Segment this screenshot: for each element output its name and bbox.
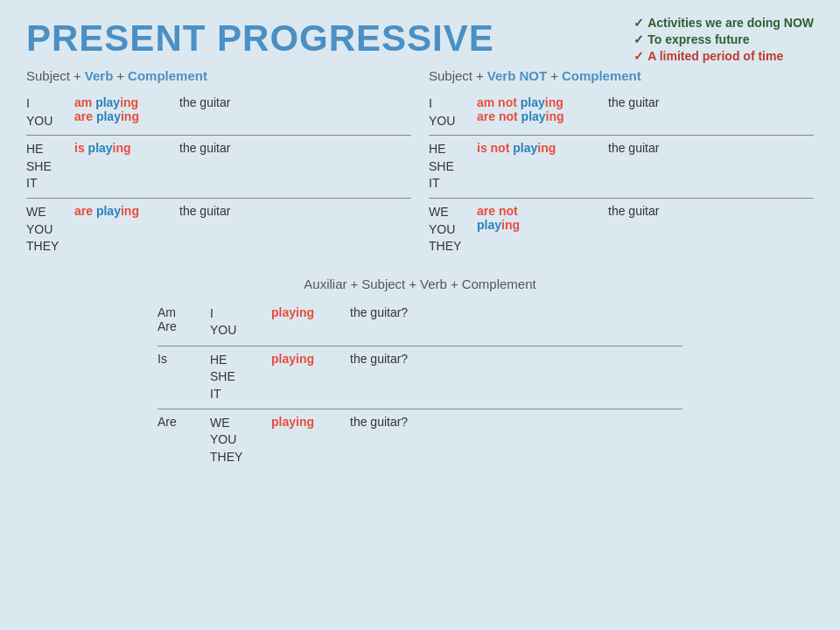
bullet-list: Activities we are doing NOW To express f… xyxy=(634,16,814,66)
q-subjects-1: I YOU xyxy=(210,305,271,340)
neg-subjects-3: WE YOU THEY xyxy=(429,204,477,256)
neg-complement-2: the guitar xyxy=(608,141,659,155)
q-complement-1: the guitar? xyxy=(350,305,408,319)
neg-complement-1: the guitar xyxy=(608,95,659,109)
neg-verb-1: am not playing are not playing xyxy=(477,95,608,123)
q-verb-3: playing xyxy=(271,415,350,429)
neg-row-2: HE SHE IT is not playing the guitar xyxy=(429,135,814,198)
q-complement-label: Complement xyxy=(462,276,536,291)
aff-complement-2: the guitar xyxy=(179,141,230,155)
aff-row-1: I YOU am playing are playing the guitar xyxy=(26,90,411,135)
neg-verb-3: are not playing xyxy=(477,204,608,232)
neg-verb-label: Verb NOT xyxy=(487,68,547,83)
q-verb-1: playing xyxy=(271,305,350,319)
main-grid: Subject + Verb + Complement I YOU am pla… xyxy=(26,68,814,261)
q-row-2: Is HE SHE IT playing the guitar? xyxy=(158,346,682,409)
aff-complement-1: the guitar xyxy=(179,95,230,109)
q-complement-3: the guitar? xyxy=(350,415,408,429)
bullet-3: A limited period of time xyxy=(634,49,814,63)
q-aux-3: Are xyxy=(158,415,210,429)
aff-subjects-2: HE SHE IT xyxy=(26,141,74,192)
affirmative-table: I YOU am playing are playing the guitar … xyxy=(26,90,411,261)
neg-complement-label: Complement xyxy=(562,68,641,83)
aff-complement-label: Complement xyxy=(128,68,207,83)
neg-subjects-2: HE SHE IT xyxy=(429,141,477,192)
negative-formula: Subject + Verb NOT + Complement xyxy=(429,68,814,83)
q-complement-2: the guitar? xyxy=(350,352,408,366)
q-row-3: Are WE YOU THEY playing the guitar? xyxy=(158,409,682,472)
q-subjects-2: HE SHE IT xyxy=(210,352,271,403)
affirmative-formula: Subject + Verb + Complement xyxy=(26,68,411,83)
aff-verb-2: is playing xyxy=(74,141,179,155)
negative-section: Subject + Verb NOT + Complement I YOU am… xyxy=(429,68,814,261)
aff-complement-3: the guitar xyxy=(179,204,230,218)
aff-subjects-3: WE YOU THEY xyxy=(26,204,74,256)
aff-verb-1: am playing are playing xyxy=(74,95,179,123)
q-aux-1: Am Are xyxy=(158,305,210,333)
bullet-2: To express future xyxy=(634,32,814,46)
bullet-1: Activities we are doing NOW xyxy=(634,16,814,30)
question-section: Auxiliar + Subject + Verb + Complement A… xyxy=(26,276,814,472)
aff-row-2: HE SHE IT is playing the guitar xyxy=(26,135,411,198)
aff-verb-3: are playing xyxy=(74,204,179,218)
question-formula: Auxiliar + Subject + Verb + Complement xyxy=(26,276,814,291)
aff-row-3: WE YOU THEY are playing the guitar xyxy=(26,198,411,261)
aff-subject: Subject xyxy=(26,68,70,83)
negative-table: I YOU am not playing are not playing the… xyxy=(429,90,814,261)
q-auxiliar-label: Auxiliar xyxy=(304,276,346,291)
q-subject-label: Subject xyxy=(361,276,405,291)
aff-verb-label: Verb xyxy=(85,68,114,83)
neg-subject: Subject xyxy=(429,68,472,83)
q-aux-2: Is xyxy=(158,352,210,366)
neg-row-1: I YOU am not playing are not playing the… xyxy=(429,90,814,135)
q-verb-label: Verb xyxy=(420,276,447,291)
q-verb-2: playing xyxy=(271,352,350,366)
affirmative-section: Subject + Verb + Complement I YOU am pla… xyxy=(26,68,411,261)
q-row-1: Am Are I YOU playing the guitar? xyxy=(158,300,682,346)
neg-subjects-1: I YOU xyxy=(429,95,477,130)
q-subjects-3: WE YOU THEY xyxy=(210,415,271,466)
neg-verb-2: is not playing xyxy=(477,141,608,155)
neg-complement-3: the guitar xyxy=(608,204,659,218)
neg-row-3: WE YOU THEY are not playing the guitar xyxy=(429,198,814,261)
aff-subjects-1: I YOU xyxy=(26,95,74,130)
question-table: Am Are I YOU playing the guitar? Is HE S… xyxy=(158,300,682,472)
